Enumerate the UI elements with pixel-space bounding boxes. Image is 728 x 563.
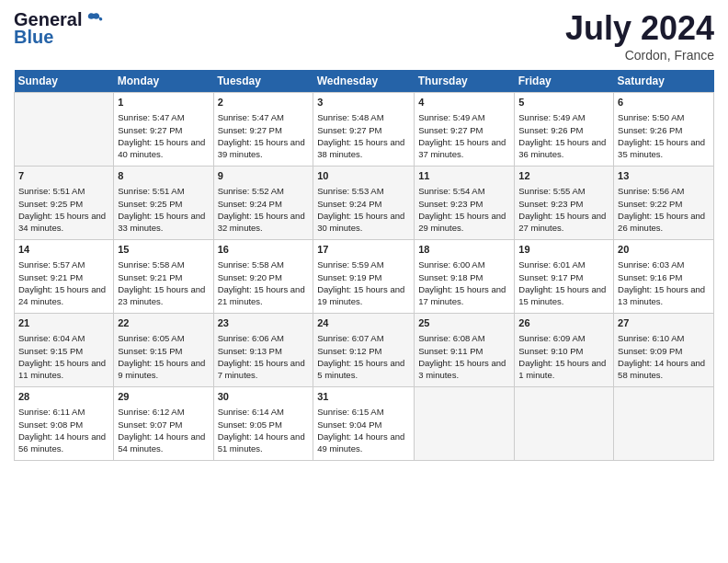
day-number: 15 [118,243,209,257]
calendar-cell: 4Sunrise: 5:49 AMSunset: 9:27 PMDaylight… [415,93,515,167]
calendar-cell: 21Sunrise: 6:04 AMSunset: 9:15 PMDayligh… [15,314,114,387]
day-info: Sunrise: 5:49 AMSunset: 9:27 PMDaylight:… [418,111,510,160]
day-info: Sunrise: 5:51 AMSunset: 9:25 PMDaylight:… [18,185,109,234]
calendar-cell [415,387,515,461]
day-number: 13 [618,169,710,183]
col-friday: Friday [515,70,614,93]
calendar-week-row: 1Sunrise: 5:47 AMSunset: 9:27 PMDaylight… [15,93,714,167]
day-info: Sunrise: 5:58 AMSunset: 9:21 PMDaylight:… [118,259,209,307]
day-number: 24 [317,316,410,330]
day-number: 31 [317,390,410,404]
calendar-cell: 23Sunrise: 6:06 AMSunset: 9:13 PMDayligh… [213,314,313,387]
day-info: Sunrise: 6:00 AMSunset: 9:18 PMDaylight:… [418,259,510,307]
day-info: Sunrise: 6:15 AMSunset: 9:04 PMDaylight:… [317,406,410,454]
calendar-cell: 19Sunrise: 6:01 AMSunset: 9:17 PMDayligh… [515,240,614,314]
day-info: Sunrise: 5:47 AMSunset: 9:27 PMDaylight:… [218,111,310,160]
calendar-week-row: 14Sunrise: 5:57 AMSunset: 9:21 PMDayligh… [15,240,714,314]
day-info: Sunrise: 6:08 AMSunset: 9:11 PMDaylight:… [418,332,510,381]
day-number: 2 [218,96,310,109]
day-number: 6 [618,96,710,109]
calendar-week-row: 28Sunrise: 6:11 AMSunset: 9:08 PMDayligh… [15,387,714,461]
day-number: 22 [118,316,209,330]
day-number: 25 [418,316,510,330]
calendar-table: Sunday Monday Tuesday Wednesday Thursday… [14,70,714,461]
logo: General Blue [14,9,104,48]
calendar-cell [515,387,614,461]
calendar-cell: 18Sunrise: 6:00 AMSunset: 9:18 PMDayligh… [415,240,515,314]
calendar-cell: 2Sunrise: 5:47 AMSunset: 9:27 PMDaylight… [213,93,313,167]
day-number: 19 [518,243,609,257]
day-info: Sunrise: 6:06 AMSunset: 9:13 PMDaylight:… [218,332,310,381]
day-info: Sunrise: 5:48 AMSunset: 9:27 PMDaylight:… [317,111,410,160]
calendar-cell: 15Sunrise: 5:58 AMSunset: 9:21 PMDayligh… [114,240,213,314]
header: General Blue July 2024 Cordon, France [14,9,714,63]
day-info: Sunrise: 6:09 AMSunset: 9:10 PMDaylight:… [518,332,609,381]
day-info: Sunrise: 6:07 AMSunset: 9:12 PMDaylight:… [317,332,410,381]
calendar-cell [15,93,114,167]
day-info: Sunrise: 5:59 AMSunset: 9:19 PMDaylight:… [317,259,410,307]
day-info: Sunrise: 5:55 AMSunset: 9:23 PMDaylight:… [518,185,609,234]
logo-blue-text: Blue [14,27,53,48]
day-number: 26 [518,316,609,330]
calendar-cell: 1Sunrise: 5:47 AMSunset: 9:27 PMDaylight… [114,93,213,167]
day-info: Sunrise: 6:12 AMSunset: 9:07 PMDaylight:… [118,406,209,454]
day-number: 11 [418,169,510,183]
day-info: Sunrise: 6:04 AMSunset: 9:15 PMDaylight:… [18,332,109,381]
calendar-cell: 8Sunrise: 5:51 AMSunset: 9:25 PMDaylight… [114,167,213,240]
calendar-cell: 20Sunrise: 6:03 AMSunset: 9:16 PMDayligh… [614,240,714,314]
col-monday: Monday [114,70,213,93]
day-number: 29 [118,390,209,404]
title-section: July 2024 Cordon, France [565,9,714,63]
day-info: Sunrise: 5:49 AMSunset: 9:26 PMDaylight:… [518,111,609,160]
calendar-cell: 22Sunrise: 6:05 AMSunset: 9:15 PMDayligh… [114,314,213,387]
day-info: Sunrise: 6:01 AMSunset: 9:17 PMDaylight:… [518,259,609,307]
day-number: 30 [218,390,310,404]
day-number: 5 [518,96,609,109]
day-number: 23 [218,316,310,330]
day-info: Sunrise: 6:11 AMSunset: 9:08 PMDaylight:… [18,406,109,454]
page-container: General Blue July 2024 Cordon, France Su… [0,0,728,470]
logo-bird-icon [84,10,104,30]
calendar-cell: 3Sunrise: 5:48 AMSunset: 9:27 PMDaylight… [313,93,415,167]
day-number: 21 [18,316,109,330]
day-info: Sunrise: 6:10 AMSunset: 9:09 PMDaylight:… [618,332,710,381]
calendar-cell: 17Sunrise: 5:59 AMSunset: 9:19 PMDayligh… [313,240,415,314]
day-number: 4 [418,96,510,109]
day-info: Sunrise: 5:52 AMSunset: 9:24 PMDaylight:… [218,185,310,234]
calendar-cell: 5Sunrise: 5:49 AMSunset: 9:26 PMDaylight… [515,93,614,167]
month-year-title: July 2024 [565,9,714,48]
day-number: 7 [18,169,109,183]
calendar-cell: 9Sunrise: 5:52 AMSunset: 9:24 PMDaylight… [213,167,313,240]
day-number: 20 [618,243,710,257]
calendar-cell: 27Sunrise: 6:10 AMSunset: 9:09 PMDayligh… [614,314,714,387]
calendar-cell: 26Sunrise: 6:09 AMSunset: 9:10 PMDayligh… [515,314,614,387]
col-tuesday: Tuesday [213,70,313,93]
day-number: 1 [118,96,209,109]
day-info: Sunrise: 6:03 AMSunset: 9:16 PMDaylight:… [618,259,710,307]
day-number: 3 [317,96,410,109]
calendar-cell: 14Sunrise: 5:57 AMSunset: 9:21 PMDayligh… [15,240,114,314]
calendar-cell: 30Sunrise: 6:14 AMSunset: 9:05 PMDayligh… [213,387,313,461]
day-info: Sunrise: 5:57 AMSunset: 9:21 PMDaylight:… [18,259,109,307]
day-number: 12 [518,169,609,183]
calendar-cell: 24Sunrise: 6:07 AMSunset: 9:12 PMDayligh… [313,314,415,387]
calendar-cell: 7Sunrise: 5:51 AMSunset: 9:25 PMDaylight… [15,167,114,240]
calendar-cell: 12Sunrise: 5:55 AMSunset: 9:23 PMDayligh… [515,167,614,240]
header-row: Sunday Monday Tuesday Wednesday Thursday… [15,70,714,93]
day-number: 10 [317,169,410,183]
day-info: Sunrise: 5:47 AMSunset: 9:27 PMDaylight:… [118,111,209,160]
col-saturday: Saturday [614,70,714,93]
calendar-week-row: 7Sunrise: 5:51 AMSunset: 9:25 PMDaylight… [15,167,714,240]
calendar-cell: 28Sunrise: 6:11 AMSunset: 9:08 PMDayligh… [15,387,114,461]
day-info: Sunrise: 6:14 AMSunset: 9:05 PMDaylight:… [218,406,310,454]
col-thursday: Thursday [415,70,515,93]
day-number: 16 [218,243,310,257]
day-info: Sunrise: 5:58 AMSunset: 9:20 PMDaylight:… [218,259,310,307]
calendar-cell: 31Sunrise: 6:15 AMSunset: 9:04 PMDayligh… [313,387,415,461]
calendar-week-row: 21Sunrise: 6:04 AMSunset: 9:15 PMDayligh… [15,314,714,387]
day-info: Sunrise: 5:54 AMSunset: 9:23 PMDaylight:… [418,185,510,234]
day-number: 14 [18,243,109,257]
calendar-cell: 6Sunrise: 5:50 AMSunset: 9:26 PMDaylight… [614,93,714,167]
day-info: Sunrise: 5:53 AMSunset: 9:24 PMDaylight:… [317,185,410,234]
calendar-cell: 13Sunrise: 5:56 AMSunset: 9:22 PMDayligh… [614,167,714,240]
